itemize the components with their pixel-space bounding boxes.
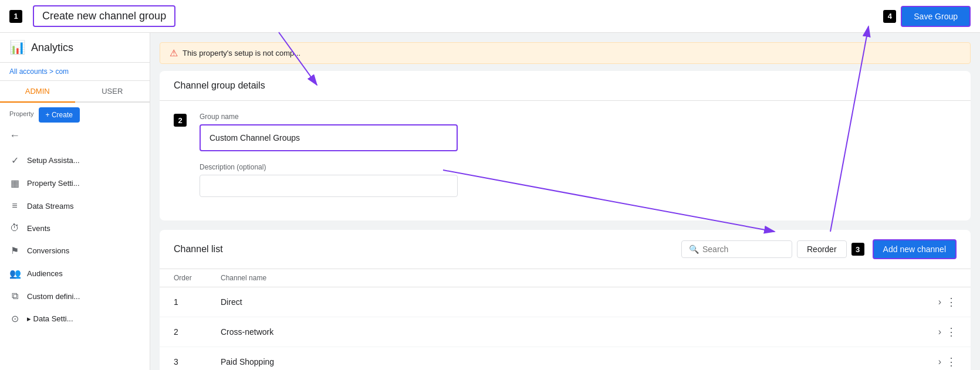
events-icon: ⏱: [9, 223, 20, 233]
step4-badge: 4: [883, 10, 896, 23]
tab-admin[interactable]: ADMIN: [0, 81, 75, 103]
tab-user[interactable]: USER: [75, 81, 150, 101]
sidebar-item-property[interactable]: ▦ Property Setti...: [0, 172, 145, 195]
channel-list-title: Channel list: [174, 244, 223, 254]
step3-badge: 3: [851, 243, 864, 256]
sidebar: 📊 Analytics All accounts > com ADMIN USE…: [0, 33, 150, 370]
search-icon: 🔍: [689, 245, 699, 254]
conversions-icon: ⚑: [9, 245, 20, 256]
audiences-icon: 👥: [9, 268, 20, 279]
channel-list-card: Channel list 🔍 Reorder 3 Add new channel…: [160, 230, 971, 370]
search-input[interactable]: [702, 245, 785, 254]
row-order: 2: [174, 327, 221, 337]
checkmark-icon: ✓: [9, 155, 20, 166]
analytics-logo: 📊 Analytics: [0, 33, 150, 63]
search-box: 🔍: [681, 240, 792, 258]
property-section: Property + Create: [0, 103, 150, 127]
more-options-icon[interactable]: ⋮: [946, 355, 957, 368]
group-name-input[interactable]: [202, 127, 455, 148]
table-row: 2 Cross-network › ⋮: [160, 317, 971, 347]
row-order: 1: [174, 297, 221, 307]
account-info: All accounts > com: [0, 63, 150, 81]
description-group: Description (optional): [200, 163, 957, 197]
channel-name-column-header: Channel name: [221, 274, 910, 282]
custom-icon: ⧉: [9, 291, 20, 301]
description-input[interactable]: [200, 175, 458, 197]
tabs: ADMIN USER: [0, 81, 150, 103]
row-order: 3: [174, 357, 221, 366]
sidebar-item-label: Data Streams: [27, 202, 73, 211]
row-actions: › ⋮: [910, 325, 957, 338]
data-settings-icon: ⊙: [9, 313, 20, 324]
group-name-label: Group name: [200, 113, 957, 121]
sidebar-item-data-settings[interactable]: ⊙ ▸ Data Setti...: [0, 307, 145, 330]
channel-group-details-card: Channel group details 2 Group name: [160, 71, 971, 220]
more-options-icon[interactable]: ⋮: [946, 325, 957, 338]
step1-badge: 1: [9, 10, 22, 23]
channel-list-actions: 🔍 Reorder 3 Add new channel: [681, 239, 957, 259]
sidebar-item-custom-def[interactable]: ⧉ Custom defini...: [0, 285, 145, 307]
warning-bar: ⚠ This property's setup is not comp...: [160, 42, 971, 64]
sidebar-item-label: Property Setti...: [27, 179, 80, 188]
card-header: Channel group details: [160, 71, 971, 101]
sidebar-item-label: ▸ Data Setti...: [27, 314, 73, 323]
streams-icon: ≡: [9, 201, 20, 211]
analytics-name: Analytics: [31, 42, 73, 54]
sidebar-item-events[interactable]: ⏱ Events: [0, 217, 145, 239]
reorder-button[interactable]: Reorder: [797, 240, 847, 258]
sidebar-item-label: Conversions: [27, 246, 69, 255]
create-button[interactable]: + Create: [39, 107, 80, 123]
row-channel-name: Cross-network: [221, 327, 910, 337]
sidebar-item-conversions[interactable]: ⚑ Conversions: [0, 239, 145, 262]
sidebar-item-label: Audiences: [27, 269, 63, 278]
sidebar-item-setup[interactable]: ✓ Setup Assista...: [0, 149, 145, 172]
sidebar-item-audiences[interactable]: 👥 Audiences: [0, 262, 145, 285]
table-row: 3 Paid Shopping › ⋮: [160, 347, 971, 370]
back-button[interactable]: ←: [0, 127, 150, 144]
step2-badge: 2: [174, 114, 187, 127]
sidebar-item-label: Custom defini...: [27, 292, 80, 301]
card-body: 2 Group name Description (optional): [160, 101, 971, 220]
more-options-icon[interactable]: ⋮: [946, 296, 957, 308]
warning-text: This property's setup is not comp...: [183, 49, 300, 57]
sidebar-nav: ✓ Setup Assista... ▦ Property Setti... ≡…: [0, 144, 150, 370]
table-header: Order Channel name: [160, 269, 971, 287]
add-new-channel-button[interactable]: Add new channel: [873, 239, 957, 259]
group-name-group: Group name: [200, 113, 957, 151]
main-content: ⚠ This property's setup is not comp... C…: [150, 33, 980, 370]
chevron-right-icon[interactable]: ›: [938, 357, 941, 367]
row-actions: › ⋮: [910, 296, 957, 308]
row-actions: › ⋮: [910, 355, 957, 368]
row-channel-name: Paid Shopping: [221, 357, 910, 366]
row-channel-name: Direct: [221, 297, 910, 307]
save-group-button[interactable]: Save Group: [901, 6, 971, 27]
description-label: Description (optional): [200, 163, 957, 171]
chevron-right-icon[interactable]: ›: [938, 327, 941, 337]
property-icon: ▦: [9, 178, 20, 189]
sidebar-item-datastreams[interactable]: ≡ Data Streams: [0, 195, 145, 217]
sidebar-item-label: Events: [27, 224, 50, 233]
warning-icon: ⚠: [170, 47, 178, 59]
chevron-right-icon[interactable]: ›: [938, 297, 941, 307]
top-bar: 1 Create new channel group 4 Save Group: [0, 0, 980, 33]
order-column-header: Order: [174, 274, 221, 282]
analytics-icon: 📊: [9, 40, 25, 55]
sidebar-item-label: Setup Assista...: [27, 156, 80, 165]
channel-list-header: Channel list 🔍 Reorder 3 Add new channel: [160, 230, 971, 269]
table-row: 1 Direct › ⋮: [160, 287, 971, 317]
page-title: Create new channel group: [33, 5, 175, 27]
property-label: Property: [9, 110, 34, 117]
